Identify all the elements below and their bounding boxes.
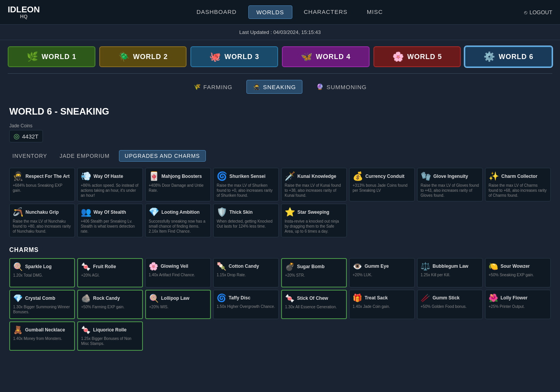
charm-card: 🧸 Gumball Necklace 1.40x Money from Mons…	[9, 321, 75, 351]
world-tab-6[interactable]: ⚙️ WORLD 6	[465, 46, 552, 67]
world-tab-3[interactable]: 🐙 WORLD 3	[190, 46, 278, 67]
charm-card: 🍬 Liquorice Rolle 1.25x Bigger Bonuses o…	[77, 321, 143, 351]
charm-card: 👁️ Gumm Eye +20% LUK.	[349, 258, 415, 287]
upgrade-desc: Successfully sneaking now has a small ch…	[149, 219, 207, 234]
upgrade-card: ⭐ Star Sweeping Insta-revive a knocked o…	[281, 204, 347, 237]
charm-icon: 🍬	[81, 325, 91, 335]
upgrade-card: 🥷 Respect For The Art +684% bonus Sneaki…	[9, 168, 75, 201]
world-tab-1[interactable]: 🌿 WORLD 1	[8, 46, 95, 67]
charm-desc: 1.15x Drop Rate.	[217, 272, 275, 277]
upgrade-name: Thick Skin	[229, 210, 253, 215]
page-title: WORLD 6 - SNEAKING	[9, 106, 551, 117]
upgrade-icon: 🗡️	[285, 171, 295, 181]
world-tab-5[interactable]: 🌸 WORLD 5	[373, 46, 461, 67]
charm-desc: +50% Golden Food bonus.	[421, 304, 479, 309]
upgrade-icon: 🧤	[421, 171, 431, 181]
upgrade-icon: 💰	[353, 171, 363, 181]
upgrade-icon: 🌀	[217, 171, 227, 181]
upgrade-name: Looting Ambition	[161, 210, 200, 215]
charm-name: Stick Of Chew	[297, 296, 328, 301]
upgrade-card: 🌀 Shuriken Sensei Raise the max LV of Sh…	[213, 168, 279, 201]
charm-name: Liquorice Rolle	[93, 327, 127, 333]
upgrade-name: Shuriken Sensei	[229, 174, 265, 179]
summoning-icon: 🔮	[316, 83, 324, 90]
section-tab-inventory[interactable]: INVENTORY	[9, 151, 50, 161]
charm-icon: 🪨	[81, 294, 91, 303]
charm-card: ⚖️ Bubblegum Law 1.25x Kill per Kill.	[417, 258, 483, 287]
nav-misc[interactable]: MISC	[359, 5, 391, 19]
world-tabs: 🌿 WORLD 1 🪲 WORLD 2 🐙 WORLD 3 🦋 WORLD 4 …	[0, 40, 560, 73]
upgrade-desc: +406 Stealth per Sneaking Lv. Stealth is…	[81, 219, 139, 234]
sub-tabs: 🌾 FARMING 🥷 SNEAKING 🔮 SUMMONING	[0, 74, 560, 100]
upgrade-name: Nunchaku Grip	[25, 210, 59, 215]
sub-tab-farming[interactable]: 🌾 FARMING	[187, 80, 239, 94]
logout-icon: ⎋	[524, 9, 527, 15]
nav-characters[interactable]: CHARACTERS	[296, 5, 355, 19]
jade-coins-section: Jade Coins ◎ 4432T	[9, 123, 551, 142]
sub-tab-sneaking[interactable]: 🥷 SNEAKING	[246, 80, 303, 94]
charm-icon: 🌀	[217, 293, 226, 302]
upgrade-name: Mahjong Boosters	[161, 174, 202, 179]
upgrade-desc: Raise the max LV of Kunai found to +38, …	[285, 183, 343, 198]
upgrade-card: 🧤 Glove Ingenuity Raise the max LV of Gl…	[417, 168, 483, 201]
jade-coins-amount: 4432T	[22, 133, 39, 140]
charm-desc: +50% Sneaking EXP gain.	[489, 272, 547, 277]
upgrade-card: 🪃 Nunchaku Grip Raise the max LV of Nunc…	[9, 204, 75, 237]
charms-section-title: CHARMS	[9, 247, 551, 253]
sub-tab-summoning[interactable]: 🔮 SUMMONING	[310, 80, 373, 94]
charm-icon: 💎	[13, 294, 23, 303]
charm-card: 💣 Sugar Bomb +20% STR.	[281, 258, 347, 287]
charm-name: Cotton Candy	[229, 264, 259, 269]
page-content: WORLD 6 - SNEAKING Jade Coins ◎ 4432T IN…	[0, 100, 560, 357]
nav-dashboard[interactable]: DASHBOARD	[189, 5, 244, 19]
logo: IDLEON HQ	[8, 5, 40, 19]
charm-name: Gumm Eye	[365, 264, 389, 269]
upgrade-icon: 🛡️	[217, 207, 227, 217]
charms-grid: 🍭 Sparkle Log 1.20x Total DMG. 🍬 Fruit R…	[9, 258, 551, 351]
charm-icon: 🍬	[81, 262, 91, 271]
charm-card: 🎁 Treat Sack 1.40x Jade Coin gain.	[349, 290, 415, 319]
charm-name: Treat Sack	[365, 295, 388, 301]
upgrade-icon: 🥷	[13, 171, 23, 181]
upgrade-icon: 💎	[149, 207, 159, 217]
section-tabs: INVENTORY JADE EMPORIUM UPGRADES AND CHA…	[9, 150, 551, 162]
upgrade-card: 🛡️ Thick Skin When detected, getting Kno…	[213, 204, 279, 237]
world2-icon: 🪲	[118, 51, 130, 62]
world3-icon: 🐙	[209, 51, 221, 62]
upgrade-icon: 🀄	[149, 171, 159, 181]
charm-card: 🍡 Cotton Candy 1.15x Drop Rate.	[213, 258, 279, 287]
upgrade-icon: 👥	[81, 207, 91, 217]
section-tab-jade-emporium[interactable]: JADE EMPORIUM	[56, 151, 113, 161]
world1-icon: 🌿	[27, 51, 39, 62]
section-tab-upgrades-charms[interactable]: UPGRADES AND CHARMS	[119, 150, 206, 162]
charm-name: Sugar Bomb	[297, 264, 324, 269]
logout-button[interactable]: ⎋ LOGOUT	[524, 9, 552, 15]
upgrade-card: 💨 Way Of Haste +86% action speed. So ins…	[77, 168, 143, 201]
charm-card: 🍬 Fruit Rolle +20% AGI.	[77, 258, 143, 287]
farming-icon: 🌾	[193, 83, 201, 90]
charm-icon: 👁️	[353, 262, 362, 271]
charm-name: Bubblegum Law	[433, 264, 468, 269]
world-tab-4[interactable]: 🦋 WORLD 4	[282, 46, 370, 67]
charm-desc: 1.25x Kill per Kill.	[421, 272, 479, 277]
upgrade-desc: Raise the max LV of Charms found to +68,…	[489, 183, 547, 198]
jade-coins-label: Jade Coins	[9, 123, 551, 128]
upgrades-grid: 🥷 Respect For The Art +684% bonus Sneaki…	[9, 168, 551, 237]
charm-desc: +20% STR.	[285, 273, 343, 278]
charm-card: 🪨 Rock Candy +50% Farming EXP gain.	[77, 290, 143, 319]
charm-icon: 🍡	[217, 262, 226, 271]
upgrade-desc: When detected, getting Knocked Out lasts…	[217, 219, 275, 229]
upgrade-name: Way Of Haste	[93, 174, 123, 179]
charm-card: 🍭 Lollipop Law +20% WIS.	[145, 290, 211, 319]
charm-desc: 1.30x All Essence Generation.	[285, 304, 343, 309]
jade-coin-icon: ◎	[14, 132, 20, 140]
charm-icon: ⚖️	[421, 262, 430, 271]
upgrade-desc: Insta-revive a knocked out ninja by drag…	[285, 219, 343, 234]
nav-worlds[interactable]: WORLDS	[248, 5, 292, 19]
charm-desc: 1.40x Money from Monsters.	[13, 336, 71, 341]
upgrade-desc: +313% bonus Jade Coins found per Sneakin…	[353, 183, 411, 193]
upgrade-icon: ⭐	[285, 207, 295, 217]
upgrade-card: 👥 Way Of Stealth +406 Stealth per Sneaki…	[77, 204, 143, 237]
world-tab-2[interactable]: 🪲 WORLD 2	[99, 46, 187, 67]
charm-card: 🍋 Sour Wowzer +50% Sneaking EXP gain.	[485, 258, 551, 287]
